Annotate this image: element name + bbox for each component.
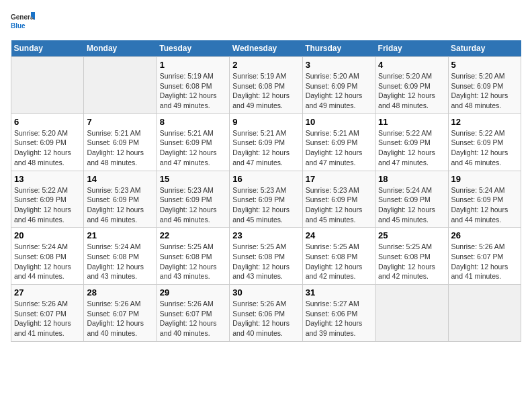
calendar-cell: 29Sunrise: 5:26 AMSunset: 6:07 PMDayligh… (157, 285, 229, 342)
calendar-cell (11, 57, 84, 114)
day-info: Sunrise: 5:23 AMSunset: 6:09 PMDaylight:… (232, 185, 299, 225)
day-number: 10 (306, 117, 372, 127)
day-info: Sunrise: 5:20 AMSunset: 6:09 PMDaylight:… (451, 71, 518, 111)
day-number: 22 (160, 230, 226, 240)
calendar-cell: 31Sunrise: 5:27 AMSunset: 6:06 PMDayligh… (302, 285, 375, 342)
calendar-cell: 26Sunrise: 5:26 AMSunset: 6:07 PMDayligh… (448, 228, 521, 285)
calendar-week-row: 27Sunrise: 5:26 AMSunset: 6:07 PMDayligh… (11, 285, 521, 342)
column-header-thursday: Thursday (302, 40, 375, 57)
day-info: Sunrise: 5:21 AMSunset: 6:09 PMDaylight:… (306, 128, 372, 168)
day-number: 24 (306, 230, 372, 240)
column-header-saturday: Saturday (448, 40, 521, 57)
day-info: Sunrise: 5:25 AMSunset: 6:08 PMDaylight:… (378, 242, 445, 281)
day-info: Sunrise: 5:23 AMSunset: 6:09 PMDaylight:… (306, 185, 372, 225)
day-number: 9 (232, 117, 299, 127)
day-info: Sunrise: 5:26 AMSunset: 6:07 PMDaylight:… (451, 242, 518, 281)
day-number: 8 (160, 117, 226, 127)
calendar-cell: 2Sunrise: 5:19 AMSunset: 6:08 PMDaylight… (230, 57, 302, 114)
day-info: Sunrise: 5:25 AMSunset: 6:08 PMDaylight:… (306, 242, 372, 281)
day-number: 18 (378, 174, 445, 184)
calendar-cell: 23Sunrise: 5:25 AMSunset: 6:08 PMDayligh… (230, 228, 302, 285)
day-info: Sunrise: 5:21 AMSunset: 6:09 PMDaylight:… (87, 128, 153, 168)
calendar-cell: 14Sunrise: 5:23 AMSunset: 6:09 PMDayligh… (84, 171, 157, 228)
calendar-week-row: 6Sunrise: 5:20 AMSunset: 6:09 PMDaylight… (11, 113, 521, 171)
calendar-cell: 20Sunrise: 5:24 AMSunset: 6:08 PMDayligh… (11, 228, 84, 285)
day-number: 23 (232, 230, 299, 240)
calendar-cell: 30Sunrise: 5:26 AMSunset: 6:06 PMDayligh… (230, 285, 302, 342)
day-number: 27 (14, 287, 81, 298)
column-header-sunday: Sunday (11, 40, 84, 57)
calendar-week-row: 13Sunrise: 5:22 AMSunset: 6:09 PMDayligh… (11, 171, 521, 228)
calendar-cell: 10Sunrise: 5:21 AMSunset: 6:09 PMDayligh… (302, 113, 375, 171)
calendar-cell: 27Sunrise: 5:26 AMSunset: 6:07 PMDayligh… (11, 285, 84, 342)
day-number: 15 (160, 174, 226, 184)
day-info: Sunrise: 5:20 AMSunset: 6:09 PMDaylight:… (306, 71, 372, 111)
day-info: Sunrise: 5:24 AMSunset: 6:08 PMDaylight:… (87, 242, 153, 281)
day-info: Sunrise: 5:21 AMSunset: 6:09 PMDaylight:… (160, 128, 226, 168)
calendar-cell (84, 57, 157, 114)
day-number: 20 (14, 230, 81, 240)
day-number: 26 (451, 230, 518, 240)
day-info: Sunrise: 5:23 AMSunset: 6:09 PMDaylight:… (160, 185, 226, 225)
column-header-tuesday: Tuesday (157, 40, 229, 57)
day-number: 4 (378, 60, 445, 70)
calendar-cell: 12Sunrise: 5:22 AMSunset: 6:09 PMDayligh… (448, 113, 521, 171)
calendar-cell: 5Sunrise: 5:20 AMSunset: 6:09 PMDaylight… (448, 57, 521, 114)
day-info: Sunrise: 5:22 AMSunset: 6:09 PMDaylight:… (451, 128, 518, 168)
day-number: 11 (378, 117, 445, 127)
day-number: 21 (87, 230, 153, 240)
column-header-monday: Monday (84, 40, 157, 57)
logo: General Blue (11, 11, 35, 35)
calendar-cell: 18Sunrise: 5:24 AMSunset: 6:09 PMDayligh… (375, 171, 448, 228)
day-info: Sunrise: 5:23 AMSunset: 6:09 PMDaylight:… (87, 185, 153, 225)
calendar-week-row: 1Sunrise: 5:19 AMSunset: 6:08 PMDaylight… (11, 57, 521, 114)
day-info: Sunrise: 5:22 AMSunset: 6:09 PMDaylight:… (14, 185, 81, 225)
day-number: 16 (232, 174, 299, 184)
calendar-cell (375, 285, 448, 342)
calendar-cell: 21Sunrise: 5:24 AMSunset: 6:08 PMDayligh… (84, 228, 157, 285)
calendar-cell: 4Sunrise: 5:20 AMSunset: 6:09 PMDaylight… (375, 57, 448, 114)
day-info: Sunrise: 5:25 AMSunset: 6:08 PMDaylight:… (160, 242, 226, 281)
day-number: 6 (14, 117, 81, 127)
calendar-cell: 19Sunrise: 5:24 AMSunset: 6:09 PMDayligh… (448, 171, 521, 228)
day-info: Sunrise: 5:24 AMSunset: 6:09 PMDaylight:… (378, 185, 445, 225)
calendar-cell: 1Sunrise: 5:19 AMSunset: 6:08 PMDaylight… (157, 57, 229, 114)
day-number: 14 (87, 174, 153, 184)
day-info: Sunrise: 5:20 AMSunset: 6:09 PMDaylight:… (378, 71, 445, 111)
calendar-week-row: 20Sunrise: 5:24 AMSunset: 6:08 PMDayligh… (11, 228, 521, 285)
day-number: 1 (160, 60, 226, 70)
day-info: Sunrise: 5:24 AMSunset: 6:08 PMDaylight:… (14, 242, 81, 281)
day-info: Sunrise: 5:26 AMSunset: 6:07 PMDaylight:… (160, 299, 226, 338)
day-info: Sunrise: 5:26 AMSunset: 6:07 PMDaylight:… (87, 299, 153, 338)
calendar-cell: 16Sunrise: 5:23 AMSunset: 6:09 PMDayligh… (230, 171, 302, 228)
calendar-cell: 25Sunrise: 5:25 AMSunset: 6:08 PMDayligh… (375, 228, 448, 285)
calendar-table: SundayMondayTuesdayWednesdayThursdayFrid… (11, 40, 521, 342)
calendar-cell: 7Sunrise: 5:21 AMSunset: 6:09 PMDaylight… (84, 113, 157, 171)
page-header: General Blue (11, 11, 521, 35)
day-info: Sunrise: 5:22 AMSunset: 6:09 PMDaylight:… (378, 128, 445, 168)
day-number: 28 (87, 287, 153, 298)
day-number: 3 (306, 60, 372, 70)
calendar-cell: 3Sunrise: 5:20 AMSunset: 6:09 PMDaylight… (302, 57, 375, 114)
day-info: Sunrise: 5:25 AMSunset: 6:08 PMDaylight:… (232, 242, 299, 281)
day-info: Sunrise: 5:21 AMSunset: 6:09 PMDaylight:… (232, 128, 299, 168)
svg-text:Blue: Blue (11, 22, 26, 30)
day-info: Sunrise: 5:26 AMSunset: 6:07 PMDaylight:… (14, 299, 81, 338)
calendar-header-row: SundayMondayTuesdayWednesdayThursdayFrid… (11, 40, 521, 57)
calendar-cell: 17Sunrise: 5:23 AMSunset: 6:09 PMDayligh… (302, 171, 375, 228)
logo-graphic: General Blue (11, 11, 35, 35)
calendar-cell: 15Sunrise: 5:23 AMSunset: 6:09 PMDayligh… (157, 171, 229, 228)
column-header-wednesday: Wednesday (230, 40, 302, 57)
day-number: 29 (160, 287, 226, 298)
day-number: 17 (306, 174, 372, 184)
day-number: 30 (232, 287, 299, 298)
day-info: Sunrise: 5:19 AMSunset: 6:08 PMDaylight:… (160, 71, 226, 111)
day-info: Sunrise: 5:27 AMSunset: 6:06 PMDaylight:… (306, 299, 372, 338)
day-number: 12 (451, 117, 518, 127)
calendar-cell: 6Sunrise: 5:20 AMSunset: 6:09 PMDaylight… (11, 113, 84, 171)
calendar-cell (448, 285, 521, 342)
calendar-cell: 8Sunrise: 5:21 AMSunset: 6:09 PMDaylight… (157, 113, 229, 171)
day-number: 31 (306, 287, 372, 298)
day-number: 25 (378, 230, 445, 240)
day-info: Sunrise: 5:19 AMSunset: 6:08 PMDaylight:… (232, 71, 299, 111)
